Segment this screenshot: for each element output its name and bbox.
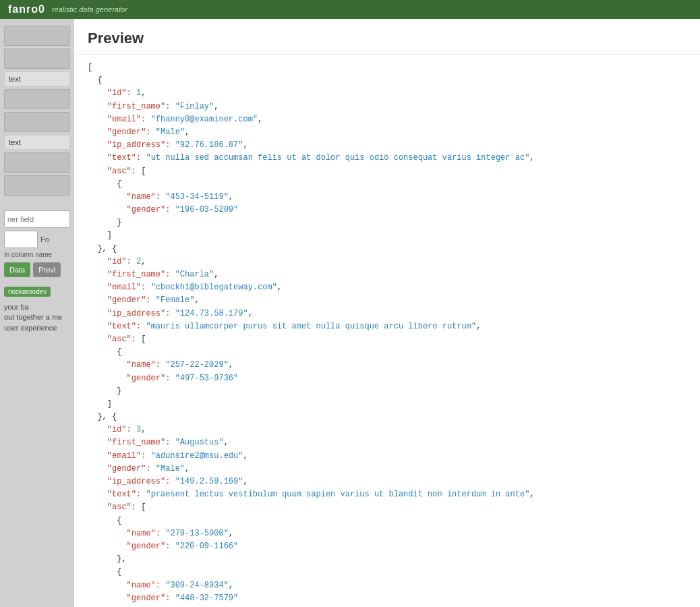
sidebar-promo: your ba out together a me user experienc… xyxy=(4,302,70,333)
sidebar-top-section: text text xyxy=(4,26,70,196)
sidebar-text-item-2: text xyxy=(4,135,70,150)
json-preview: [ { "id": 1, "first_name": "Finlay", "em… xyxy=(74,55,700,607)
sidebar-for-label: Fo xyxy=(40,235,49,243)
main-content: Preview [ { "id": 1, "first_name": "Finl… xyxy=(74,19,700,607)
dev-tag: nockaroodev xyxy=(4,287,51,297)
app-logo: fanro0 xyxy=(8,3,45,16)
sidebar-item-2 xyxy=(4,49,70,69)
sidebar-number-input[interactable]: 1000 xyxy=(4,231,38,248)
preview-button[interactable]: Previ xyxy=(33,262,61,277)
app-subtitle: realistic data generator xyxy=(52,5,127,13)
preview-header: Preview xyxy=(74,19,700,55)
promo-line3: user experience xyxy=(4,323,70,333)
sidebar-button-row: Data Previ xyxy=(4,262,70,277)
sidebar: text text 1000 Fo In column name Data Pr… xyxy=(0,19,74,607)
generate-button[interactable]: Data xyxy=(4,262,30,277)
sidebar-item-3 xyxy=(4,89,70,109)
sidebar-text-label-2: text xyxy=(9,138,21,146)
sidebar-input-label xyxy=(4,201,70,209)
sidebar-item-5 xyxy=(4,152,70,173)
promo-line2: out together a me xyxy=(4,312,70,322)
sidebar-text-label: text xyxy=(9,75,21,83)
sidebar-number-row: 1000 Fo xyxy=(4,231,70,248)
preview-title: Preview xyxy=(88,30,687,47)
sidebar-field-input[interactable] xyxy=(4,210,70,228)
sidebar-tag-section: nockaroodev xyxy=(4,284,70,297)
promo-line1: your ba xyxy=(4,302,70,312)
top-navigation: fanro0 realistic data generator xyxy=(0,0,700,19)
sidebar-item-4 xyxy=(4,112,70,132)
sidebar-item-1 xyxy=(4,26,70,46)
sidebar-text-item: text xyxy=(4,71,70,86)
sidebar-col-label: In column name xyxy=(4,251,70,258)
sidebar-item-6 xyxy=(4,175,70,196)
